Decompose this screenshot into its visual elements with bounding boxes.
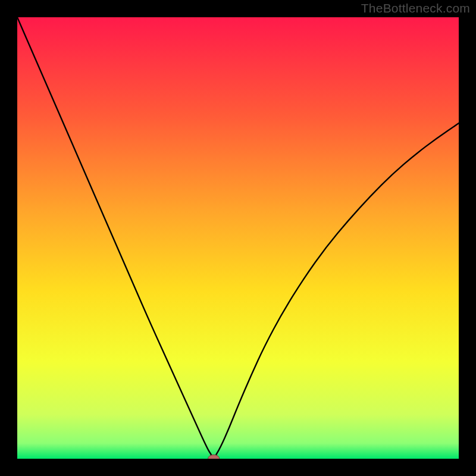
bottleneck-chart xyxy=(17,17,459,459)
gradient-background xyxy=(17,17,459,459)
plot-area xyxy=(17,17,459,459)
attribution-text: TheBottleneck.com xyxy=(361,1,470,15)
chart-frame: TheBottleneck.com xyxy=(0,0,476,476)
